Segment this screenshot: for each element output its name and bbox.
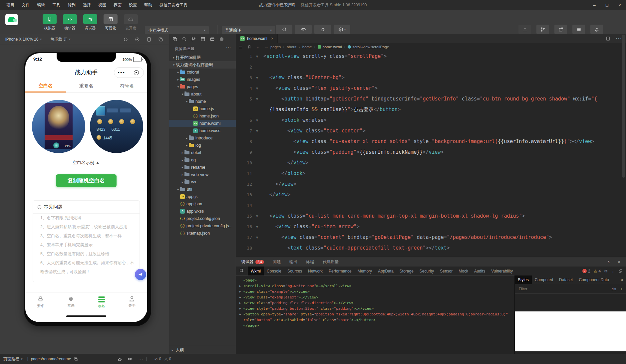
- scheme-dropdown[interactable]: 小程序模式 ▾: [145, 26, 209, 35]
- eye-icon[interactable]: [128, 356, 133, 362]
- collapse-panel-icon[interactable]: ∧: [607, 260, 610, 264]
- tabbar-item-安卓[interactable]: 安卓: [25, 292, 56, 314]
- expand-arrow-icon[interactable]: ▶: [239, 284, 243, 287]
- debugger-tab-终端[interactable]: 终端: [306, 259, 314, 265]
- devtools-tab-appdata[interactable]: AppData: [375, 267, 397, 275]
- inspect-element-icon[interactable]: [239, 269, 244, 273]
- menubar-item[interactable]: 转到: [64, 0, 79, 10]
- menubar-item[interactable]: 界面: [110, 0, 125, 10]
- tree-item-introduce[interactable]: ▸introduce: [169, 134, 236, 142]
- example-image-profile[interactable]: 84236311 1445: [90, 100, 143, 153]
- tree-item-sitemap.json[interactable]: {..}sitemap.json: [169, 230, 236, 237]
- more-actions-icon[interactable]: ···: [616, 36, 622, 42]
- grid-icon[interactable]: [200, 37, 205, 42]
- devtools-tab-storage[interactable]: Storage: [397, 267, 417, 275]
- tab-符号名[interactable]: 符号名: [107, 80, 147, 92]
- tree-item-home[interactable]: ▾home: [169, 98, 236, 105]
- wxml-node[interactable]: ▶<view class="example">…</view>: [236, 289, 514, 294]
- code-line[interactable]: 15∨<view class="cu-list menu card-menu m…: [236, 211, 626, 221]
- more-actions-icon[interactable]: ···: [138, 357, 143, 361]
- tabbar-item-改名[interactable]: 改名: [86, 292, 117, 314]
- wxml-node[interactable]: role="button" aria-disabled="false" clas…: [236, 317, 514, 323]
- example-caption-toggle[interactable]: 空白名示例 ▲: [25, 160, 147, 166]
- more-menu-icon[interactable]: ●●●: [118, 71, 125, 74]
- code-editor[interactable]: 1∨<scroll-view scroll-y class="scrollPag…: [236, 51, 626, 257]
- side-tab-dataset[interactable]: Dataset: [556, 275, 576, 284]
- back-icon[interactable]: ←: [256, 45, 260, 50]
- fold-chevron-icon[interactable]: ∨: [252, 97, 262, 101]
- maximize-button[interactable]: □: [601, 0, 613, 10]
- page-path-label[interactable]: 页面路径: [3, 356, 19, 362]
- expand-arrow-icon[interactable]: ▶: [239, 313, 243, 316]
- debugger-tab-调试器[interactable]: 调试器2,4: [241, 259, 264, 265]
- tree-item-打开的编辑器[interactable]: ▸打开的编辑器: [169, 54, 236, 61]
- settings-gear-icon[interactable]: ⚙: [604, 269, 608, 273]
- filter-input[interactable]: Filter: [515, 287, 527, 291]
- wxml-inspector[interactable]: <page>▶<scroll-view class="bg-white nav"…: [236, 275, 514, 354]
- devtools-tab-sensor[interactable]: Sensor: [437, 267, 456, 275]
- compile-mode-dropdown[interactable]: 普通编译 ▾: [222, 26, 275, 35]
- code-line[interactable]: 10</view>: [236, 157, 626, 168]
- fold-chevron-icon[interactable]: ∨: [252, 55, 262, 58]
- exit-icon[interactable]: [134, 70, 139, 75]
- expand-arrow-icon[interactable]: ▶: [239, 307, 243, 310]
- error-count[interactable]: ×2: [582, 269, 590, 273]
- tree-item-about[interactable]: ▾about: [169, 91, 236, 98]
- menubar-item[interactable]: 项目: [3, 0, 18, 10]
- device-icon[interactable]: [147, 37, 152, 42]
- fold-chevron-icon[interactable]: ∨: [252, 236, 262, 239]
- search-icon[interactable]: [182, 37, 187, 42]
- fold-chevron-icon[interactable]: ∨: [252, 129, 262, 133]
- kebab-menu-icon[interactable]: ⋮: [611, 269, 615, 273]
- breadcrumb-item-file[interactable]: home.wxml: [322, 45, 342, 49]
- menubar-item[interactable]: 帮助: [141, 0, 156, 10]
- code-line[interactable]: 1∨<scroll-view scroll-y class="scrollPag…: [236, 51, 626, 62]
- devtools-tab-performance[interactable]: Performance: [326, 267, 355, 275]
- menubar-item[interactable]: 视图: [95, 0, 110, 10]
- forward-icon[interactable]: →: [264, 45, 268, 50]
- tree-item-colorui[interactable]: ▸colorui: [169, 69, 236, 76]
- close-panel-icon[interactable]: ✕: [617, 260, 621, 264]
- devtools-tab-audits[interactable]: Audits: [471, 267, 488, 275]
- wxml-node[interactable]: ▶<view class="exampleText">…</view>: [236, 294, 514, 300]
- code-line[interactable]: 4∨<view class="flex justify-center">: [236, 83, 626, 93]
- tree-item-util[interactable]: ▸util: [169, 186, 236, 193]
- devtools-tab-network[interactable]: Network: [305, 267, 326, 275]
- capsule-menu[interactable]: ●●●: [114, 67, 144, 78]
- tabbar-item-苹果[interactable]: 苹果: [56, 292, 87, 314]
- more-tabs-icon[interactable]: »: [620, 277, 626, 283]
- code-line[interactable]: 16∨<view class="cu-item arrow">: [236, 221, 626, 232]
- fold-chevron-icon[interactable]: ∨: [252, 87, 262, 90]
- devtools-tab-console[interactable]: Console: [264, 267, 284, 275]
- files-icon[interactable]: [172, 37, 177, 42]
- rotate-icon[interactable]: [123, 37, 128, 42]
- tree-item-app.json[interactable]: {..}app.json: [169, 200, 236, 208]
- tree-item-home.js[interactable]: JShome.js: [169, 105, 236, 112]
- close-button[interactable]: ×: [613, 0, 626, 10]
- debugger-tab-代码质量[interactable]: 代码质量: [323, 259, 339, 265]
- editor-scrollbar[interactable]: [622, 35, 625, 178]
- example-image-blank-name[interactable]: 21%: [32, 100, 85, 153]
- code-line[interactable]: 2: [236, 62, 626, 72]
- devtools-tab-memory[interactable]: Memory: [355, 267, 375, 275]
- home-indicator[interactable]: [66, 315, 106, 317]
- code-line[interactable]: 3∨<view class="UCenter-bg">: [236, 72, 626, 83]
- copy-random-name-button[interactable]: 复制随机空白名: [56, 174, 117, 187]
- code-line[interactable]: 7∨<view class="text-center">: [236, 125, 626, 136]
- devtools-tab-security[interactable]: Security: [417, 267, 437, 275]
- tree-item-images[interactable]: ▸images: [169, 76, 236, 83]
- code-line[interactable]: 8<view class="cu-avatar xl round solids"…: [236, 136, 626, 147]
- menubar-item[interactable]: 工具: [49, 0, 64, 10]
- dock-icon[interactable]: [618, 269, 623, 273]
- toolbar-phone-button[interactable]: 模拟器: [42, 14, 57, 31]
- tree-item-home.wxml[interactable]: <>home.wxml: [169, 120, 236, 127]
- warning-count[interactable]: ⚠4: [594, 269, 601, 273]
- toolbar-code-button[interactable]: 编辑器: [62, 14, 78, 31]
- record-icon[interactable]: [135, 37, 140, 42]
- bug-icon[interactable]: [117, 357, 122, 362]
- minimize-button[interactable]: –: [588, 0, 601, 10]
- list-icon[interactable]: [238, 45, 243, 49]
- devtools-tab-wxml[interactable]: Wxml: [248, 267, 264, 275]
- share-float-button[interactable]: [135, 269, 146, 280]
- code-line[interactable]: 13</view>: [236, 189, 626, 200]
